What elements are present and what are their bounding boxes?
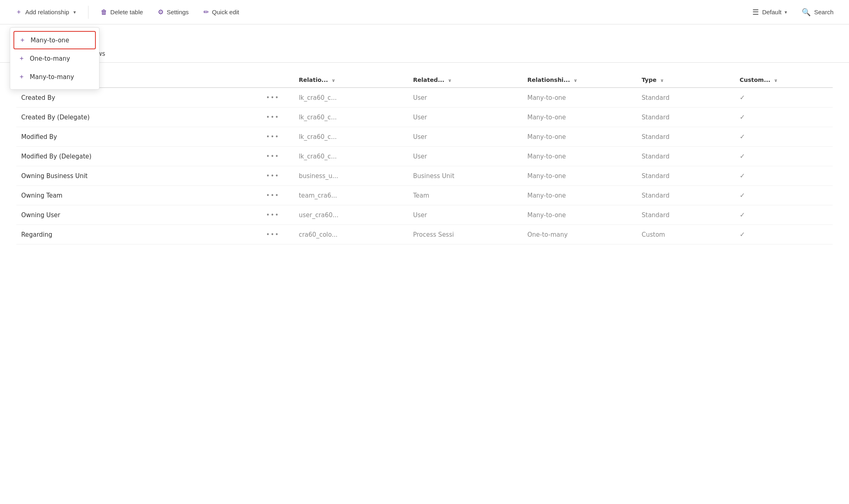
- cell-dots-menu[interactable]: •••: [261, 186, 294, 205]
- cell-display-name: Created By: [16, 88, 261, 108]
- table-row[interactable]: Owning Business Unit ••• business_u... B…: [16, 166, 833, 186]
- cell-type: Standard: [637, 147, 734, 166]
- delete-table-label: Delete table: [111, 9, 143, 15]
- cell-display-name: Owning Team: [16, 186, 261, 205]
- add-relationship-button[interactable]: ＋ Add relationship ▾: [10, 4, 82, 20]
- sort-icons[interactable]: ∨: [574, 78, 577, 83]
- gear-icon: ⚙: [158, 8, 164, 16]
- cell-relationship: Many-to-one: [522, 108, 637, 127]
- cell-type: Standard: [637, 205, 734, 225]
- cell-custom: ✓: [735, 147, 833, 166]
- sort-icons[interactable]: ∨: [774, 78, 778, 83]
- cell-relationship: Many-to-one: [522, 147, 637, 166]
- cell-relationship: Many-to-one: [522, 205, 637, 225]
- cell-related: User: [408, 147, 522, 166]
- plus-icon: ＋: [15, 8, 22, 16]
- cell-relationship: Many-to-one: [522, 88, 637, 108]
- checkmark-icon: ✓: [740, 133, 745, 141]
- table-header-row: Display name ↑ ∨ Relatio... ∨ Related...…: [16, 73, 833, 88]
- cell-type: Standard: [637, 166, 734, 186]
- checkmark-icon: ✓: [740, 94, 745, 101]
- cell-relation: lk_cra60_c...: [294, 108, 408, 127]
- table-row[interactable]: Modified By ••• lk_cra60_c... User Many-…: [16, 127, 833, 147]
- ellipsis-icon[interactable]: •••: [266, 114, 280, 121]
- table-row[interactable]: Owning User ••• user_cra60... User Many-…: [16, 205, 833, 225]
- cell-relation: lk_cra60_c...: [294, 127, 408, 147]
- cell-relationship: Many-to-one: [522, 127, 637, 147]
- cell-custom: ✓: [735, 127, 833, 147]
- cell-dots-menu[interactable]: •••: [261, 127, 294, 147]
- toolbar-right: ☰ Default ▾ 🔍 Search: [747, 4, 839, 20]
- ellipsis-icon[interactable]: •••: [266, 231, 280, 238]
- delete-table-button[interactable]: 🗑 Delete table: [95, 5, 149, 19]
- cell-relation: team_cra6...: [294, 186, 408, 205]
- cell-custom: ✓: [735, 108, 833, 127]
- table-row[interactable]: Created By ••• lk_cra60_c... User Many-t…: [16, 88, 833, 108]
- col-header-type[interactable]: Type ∨: [637, 73, 734, 88]
- cell-relationship: Many-to-one: [522, 166, 637, 186]
- search-icon: 🔍: [802, 8, 811, 17]
- chevron-down-icon: ▾: [73, 9, 76, 15]
- add-relationship-dropdown: ＋ Add relationship ▾ ＋ Many-to-one ＋ One…: [10, 4, 82, 20]
- cell-display-name: Owning Business Unit: [16, 166, 261, 186]
- quick-edit-button[interactable]: ✏ Quick edit: [198, 5, 245, 19]
- cell-custom: ✓: [735, 166, 833, 186]
- ellipsis-icon[interactable]: •••: [266, 172, 280, 180]
- settings-button[interactable]: ⚙ Settings: [152, 5, 195, 19]
- toolbar-divider: [88, 6, 88, 19]
- cell-custom: ✓: [735, 225, 833, 244]
- sort-icons[interactable]: ∨: [660, 78, 664, 83]
- cell-type: Standard: [637, 186, 734, 205]
- cell-dots-menu[interactable]: •••: [261, 205, 294, 225]
- relationships-table: Display name ↑ ∨ Relatio... ∨ Related...…: [16, 73, 833, 244]
- cell-related: User: [408, 88, 522, 108]
- table-row[interactable]: Regarding ••• cra60_colo... Process Sess…: [16, 225, 833, 244]
- sort-icons[interactable]: ∨: [332, 78, 335, 83]
- cell-custom: ✓: [735, 88, 833, 108]
- ellipsis-icon[interactable]: •••: [266, 94, 280, 101]
- sort-icons[interactable]: ∨: [448, 78, 452, 83]
- cell-dots-menu[interactable]: •••: [261, 88, 294, 108]
- cell-dots-menu[interactable]: •••: [261, 147, 294, 166]
- ellipsis-icon[interactable]: •••: [266, 133, 280, 141]
- cell-related: Team: [408, 186, 522, 205]
- cell-display-name: Created By (Delegate): [16, 108, 261, 127]
- ellipsis-icon[interactable]: •••: [266, 192, 280, 199]
- dropdown-item-one-to-many[interactable]: ＋ One-to-many: [10, 49, 99, 68]
- col-header-related[interactable]: Related... ∨: [408, 73, 522, 88]
- search-button[interactable]: 🔍 Search: [796, 4, 839, 20]
- trash-icon: 🗑: [101, 9, 107, 16]
- dropdown-item-label: Many-to-one: [31, 37, 69, 44]
- tabs: Relationships Views: [0, 46, 849, 63]
- ellipsis-icon[interactable]: •••: [266, 211, 280, 219]
- dropdown-item-many-to-one[interactable]: ＋ Many-to-one: [13, 31, 96, 49]
- cell-related: Process Sessi: [408, 225, 522, 244]
- cell-dots-menu[interactable]: •••: [261, 166, 294, 186]
- plus-icon: ＋: [19, 36, 26, 44]
- checkmark-icon: ✓: [740, 191, 745, 199]
- cell-dots-menu[interactable]: •••: [261, 108, 294, 127]
- col-header-relation[interactable]: Relatio... ∨: [294, 73, 408, 88]
- table-row[interactable]: Created By (Delegate) ••• lk_cra60_c... …: [16, 108, 833, 127]
- checkmark-icon: ✓: [740, 231, 745, 238]
- dropdown-item-label: Many-to-many: [30, 73, 74, 81]
- col-header-relationship[interactable]: Relationshi... ∨: [522, 73, 637, 88]
- plus-icon: ＋: [18, 54, 25, 63]
- table-row[interactable]: Modified By (Delegate) ••• lk_cra60_c...…: [16, 147, 833, 166]
- ellipsis-icon[interactable]: •••: [266, 153, 280, 160]
- dropdown-item-many-to-many[interactable]: ＋ Many-to-many: [10, 68, 99, 86]
- cell-relation: user_cra60...: [294, 205, 408, 225]
- cell-dots-menu[interactable]: •••: [261, 225, 294, 244]
- cell-related: User: [408, 205, 522, 225]
- cell-display-name: Modified By (Delegate): [16, 147, 261, 166]
- col-header-custom[interactable]: Custom... ∨: [735, 73, 833, 88]
- quick-edit-label: Quick edit: [212, 9, 239, 15]
- add-relationship-label: Add relationship: [25, 9, 69, 15]
- checkmark-icon: ✓: [740, 113, 745, 121]
- default-view-button[interactable]: ☰ Default ▾: [747, 4, 793, 20]
- cell-relationship: Many-to-one: [522, 186, 637, 205]
- search-label: Search: [814, 9, 834, 15]
- cell-relation: lk_cra60_c...: [294, 147, 408, 166]
- checkmark-icon: ✓: [740, 172, 745, 180]
- table-row[interactable]: Owning Team ••• team_cra6... Team Many-t…: [16, 186, 833, 205]
